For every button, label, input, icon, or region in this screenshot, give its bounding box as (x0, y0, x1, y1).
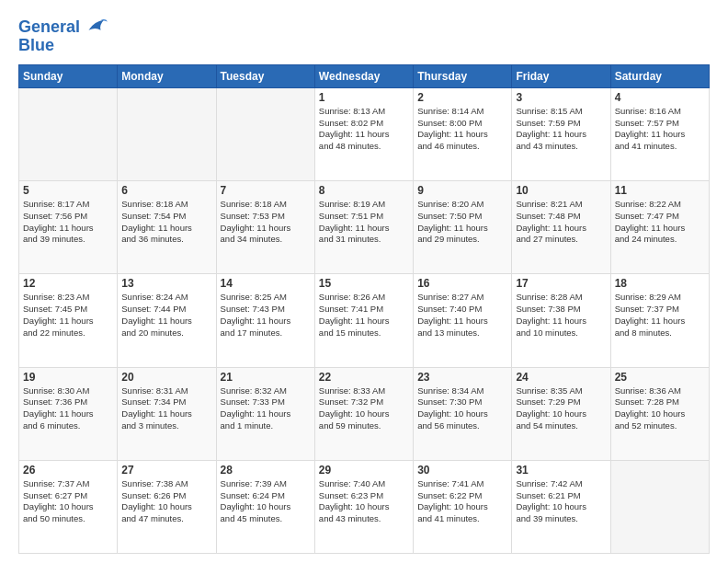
day-cell: 13Sunrise: 8:24 AM Sunset: 7:44 PM Dayli… (118, 274, 216, 367)
day-info: Sunrise: 8:18 AM Sunset: 7:53 PM Dayligh… (221, 199, 311, 246)
day-cell: 24Sunrise: 8:35 AM Sunset: 7:29 PM Dayli… (512, 367, 610, 460)
logo-text-general: General (18, 18, 80, 37)
page: General Blue SundayMondayTuesdayWednesda… (0, 0, 728, 563)
day-info: Sunrise: 8:14 AM Sunset: 8:00 PM Dayligh… (417, 106, 507, 153)
day-info: Sunrise: 7:41 AM Sunset: 6:22 PM Dayligh… (417, 478, 507, 525)
day-cell: 4Sunrise: 8:16 AM Sunset: 7:57 PM Daylig… (610, 87, 709, 180)
weekday-saturday: Saturday (610, 64, 709, 87)
logo-bird-icon (82, 15, 108, 40)
day-info: Sunrise: 8:13 AM Sunset: 8:02 PM Dayligh… (319, 106, 409, 153)
day-info: Sunrise: 8:23 AM Sunset: 7:45 PM Dayligh… (23, 292, 113, 339)
day-number: 26 (23, 464, 113, 477)
day-cell: 18Sunrise: 8:29 AM Sunset: 7:37 PM Dayli… (610, 274, 709, 367)
day-number: 18 (615, 277, 705, 290)
day-cell: 1Sunrise: 8:13 AM Sunset: 8:02 PM Daylig… (314, 87, 413, 180)
day-info: Sunrise: 8:24 AM Sunset: 7:44 PM Dayligh… (121, 292, 211, 339)
day-info: Sunrise: 7:37 AM Sunset: 6:27 PM Dayligh… (23, 478, 113, 525)
day-cell: 15Sunrise: 8:26 AM Sunset: 7:41 PM Dayli… (314, 274, 413, 367)
day-cell: 11Sunrise: 8:22 AM Sunset: 7:47 PM Dayli… (610, 181, 709, 274)
day-number: 7 (221, 184, 311, 197)
day-cell: 23Sunrise: 8:34 AM Sunset: 7:30 PM Dayli… (414, 367, 512, 460)
day-info: Sunrise: 8:31 AM Sunset: 7:34 PM Dayligh… (121, 385, 211, 432)
weekday-monday: Monday (118, 64, 216, 87)
day-number: 31 (516, 464, 606, 477)
day-info: Sunrise: 8:18 AM Sunset: 7:54 PM Dayligh… (121, 199, 211, 246)
weekday-sunday: Sunday (19, 64, 118, 87)
day-info: Sunrise: 8:34 AM Sunset: 7:30 PM Dayligh… (417, 385, 507, 432)
day-cell: 26Sunrise: 7:37 AM Sunset: 6:27 PM Dayli… (19, 460, 118, 553)
day-info: Sunrise: 8:32 AM Sunset: 7:33 PM Dayligh… (221, 385, 311, 432)
day-number: 25 (615, 371, 705, 384)
day-number: 23 (417, 371, 507, 384)
day-cell: 22Sunrise: 8:33 AM Sunset: 7:32 PM Dayli… (314, 367, 413, 460)
day-cell: 7Sunrise: 8:18 AM Sunset: 7:53 PM Daylig… (216, 181, 314, 274)
day-cell (216, 87, 314, 180)
day-cell: 16Sunrise: 8:27 AM Sunset: 7:40 PM Dayli… (414, 274, 512, 367)
day-info: Sunrise: 7:39 AM Sunset: 6:24 PM Dayligh… (221, 478, 311, 525)
week-row-1: 1Sunrise: 8:13 AM Sunset: 8:02 PM Daylig… (19, 87, 710, 180)
day-cell: 28Sunrise: 7:39 AM Sunset: 6:24 PM Dayli… (216, 460, 314, 553)
day-cell: 9Sunrise: 8:20 AM Sunset: 7:50 PM Daylig… (414, 181, 512, 274)
day-number: 14 (221, 277, 311, 290)
day-number: 5 (23, 184, 113, 197)
day-info: Sunrise: 8:29 AM Sunset: 7:37 PM Dayligh… (615, 292, 705, 339)
day-number: 20 (121, 371, 211, 384)
day-info: Sunrise: 8:16 AM Sunset: 7:57 PM Dayligh… (615, 106, 705, 153)
day-info: Sunrise: 8:21 AM Sunset: 7:48 PM Dayligh… (516, 199, 606, 246)
logo-text-blue: Blue (18, 37, 54, 55)
header: General Blue (18, 15, 710, 55)
day-cell (610, 460, 709, 553)
day-number: 27 (121, 464, 211, 477)
week-row-2: 5Sunrise: 8:17 AM Sunset: 7:56 PM Daylig… (19, 181, 710, 274)
day-cell: 3Sunrise: 8:15 AM Sunset: 7:59 PM Daylig… (512, 87, 610, 180)
day-cell: 31Sunrise: 7:42 AM Sunset: 6:21 PM Dayli… (512, 460, 610, 553)
day-number: 15 (319, 277, 409, 290)
day-cell: 17Sunrise: 8:28 AM Sunset: 7:38 PM Dayli… (512, 274, 610, 367)
day-info: Sunrise: 7:38 AM Sunset: 6:26 PM Dayligh… (121, 478, 211, 525)
day-cell (19, 87, 118, 180)
calendar-table: SundayMondayTuesdayWednesdayThursdayFrid… (18, 64, 710, 554)
day-info: Sunrise: 8:17 AM Sunset: 7:56 PM Dayligh… (23, 199, 113, 246)
day-number: 30 (417, 464, 507, 477)
day-info: Sunrise: 7:40 AM Sunset: 6:23 PM Dayligh… (319, 478, 409, 525)
day-number: 9 (417, 184, 507, 197)
day-cell (118, 87, 216, 180)
day-info: Sunrise: 8:15 AM Sunset: 7:59 PM Dayligh… (516, 106, 606, 153)
day-info: Sunrise: 8:35 AM Sunset: 7:29 PM Dayligh… (516, 385, 606, 432)
day-cell: 29Sunrise: 7:40 AM Sunset: 6:23 PM Dayli… (314, 460, 413, 553)
day-number: 22 (319, 371, 409, 384)
day-info: Sunrise: 8:28 AM Sunset: 7:38 PM Dayligh… (516, 292, 606, 339)
day-number: 8 (319, 184, 409, 197)
day-cell: 8Sunrise: 8:19 AM Sunset: 7:51 PM Daylig… (314, 181, 413, 274)
day-number: 21 (221, 371, 311, 384)
day-cell: 5Sunrise: 8:17 AM Sunset: 7:56 PM Daylig… (19, 181, 118, 274)
logo: General Blue (18, 15, 108, 55)
day-number: 29 (319, 464, 409, 477)
day-number: 3 (516, 91, 606, 104)
day-number: 24 (516, 371, 606, 384)
day-number: 10 (516, 184, 606, 197)
day-info: Sunrise: 8:25 AM Sunset: 7:43 PM Dayligh… (221, 292, 311, 339)
weekday-header-row: SundayMondayTuesdayWednesdayThursdayFrid… (19, 64, 710, 87)
day-cell: 21Sunrise: 8:32 AM Sunset: 7:33 PM Dayli… (216, 367, 314, 460)
day-cell: 19Sunrise: 8:30 AM Sunset: 7:36 PM Dayli… (19, 367, 118, 460)
day-info: Sunrise: 8:36 AM Sunset: 7:28 PM Dayligh… (615, 385, 705, 432)
day-number: 12 (23, 277, 113, 290)
day-cell: 20Sunrise: 8:31 AM Sunset: 7:34 PM Dayli… (118, 367, 216, 460)
day-number: 6 (121, 184, 211, 197)
day-info: Sunrise: 8:20 AM Sunset: 7:50 PM Dayligh… (417, 199, 507, 246)
week-row-5: 26Sunrise: 7:37 AM Sunset: 6:27 PM Dayli… (19, 460, 710, 553)
day-number: 2 (417, 91, 507, 104)
day-cell: 6Sunrise: 8:18 AM Sunset: 7:54 PM Daylig… (118, 181, 216, 274)
day-info: Sunrise: 8:19 AM Sunset: 7:51 PM Dayligh… (319, 199, 409, 246)
day-cell: 25Sunrise: 8:36 AM Sunset: 7:28 PM Dayli… (610, 367, 709, 460)
day-info: Sunrise: 8:27 AM Sunset: 7:40 PM Dayligh… (417, 292, 507, 339)
day-number: 1 (319, 91, 409, 104)
day-cell: 10Sunrise: 8:21 AM Sunset: 7:48 PM Dayli… (512, 181, 610, 274)
day-info: Sunrise: 8:26 AM Sunset: 7:41 PM Dayligh… (319, 292, 409, 339)
day-cell: 30Sunrise: 7:41 AM Sunset: 6:22 PM Dayli… (414, 460, 512, 553)
weekday-tuesday: Tuesday (216, 64, 314, 87)
day-info: Sunrise: 7:42 AM Sunset: 6:21 PM Dayligh… (516, 478, 606, 525)
week-row-4: 19Sunrise: 8:30 AM Sunset: 7:36 PM Dayli… (19, 367, 710, 460)
day-number: 19 (23, 371, 113, 384)
